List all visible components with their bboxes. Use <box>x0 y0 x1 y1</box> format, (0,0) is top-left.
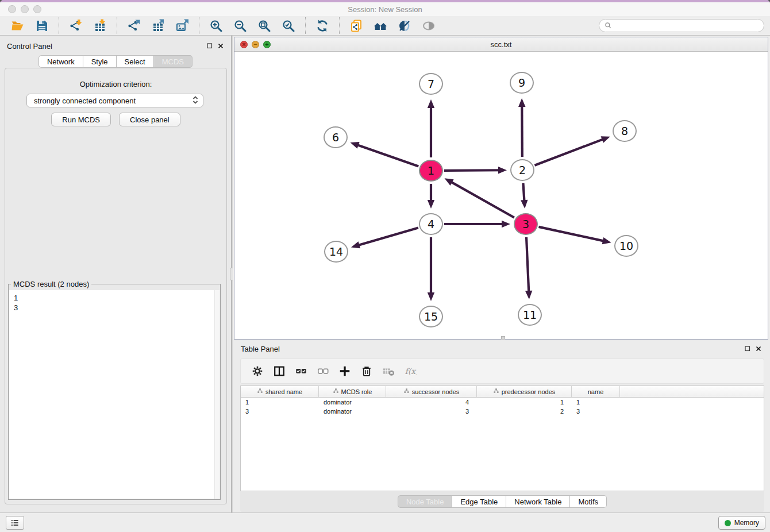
cell-predecessor-nodes[interactable]: 1 <box>477 398 572 407</box>
edge-3-11[interactable] <box>525 237 532 299</box>
table-row[interactable]: 3dominator323 <box>241 407 764 416</box>
delete-row-icon[interactable] <box>360 364 374 378</box>
import-network-icon[interactable] <box>68 18 83 33</box>
export-network-icon[interactable] <box>126 18 141 33</box>
node-9[interactable]: 9 <box>510 72 534 94</box>
sort-hierarchy-icon <box>257 388 263 395</box>
cell-successor-nodes[interactable]: 3 <box>386 407 477 416</box>
criterion-dropdown[interactable]: strongly connected component <box>26 94 203 107</box>
table-row[interactable]: 1dominator411 <box>241 398 764 407</box>
edge-4-3[interactable] <box>444 221 510 228</box>
zoom-selected-icon[interactable] <box>281 18 296 33</box>
task-history-button[interactable] <box>6 516 24 530</box>
control-panel-tabs: NetworkStyleSelectMCDS <box>0 55 231 68</box>
edge-2-8[interactable] <box>534 136 610 165</box>
float-panel-icon[interactable] <box>206 43 213 49</box>
columns-icon[interactable] <box>272 364 286 378</box>
cell-MCDS-role[interactable]: dominator <box>319 398 386 407</box>
edge-2-3[interactable] <box>521 183 528 209</box>
tab-node-table[interactable]: Node Table <box>398 495 453 508</box>
cell-predecessor-nodes[interactable]: 2 <box>477 407 572 416</box>
node-1[interactable]: 1 <box>419 160 443 182</box>
cell-name[interactable]: 1 <box>572 398 620 407</box>
edge-2-9[interactable] <box>518 98 525 157</box>
cell-MCDS-role[interactable]: dominator <box>319 407 386 416</box>
column-header-successor-nodes[interactable]: successor nodes <box>386 386 477 397</box>
toolbar-separator <box>199 17 199 34</box>
edge-3-1[interactable] <box>445 178 514 217</box>
edge-1-7[interactable] <box>428 99 434 157</box>
cell-successor-nodes[interactable]: 4 <box>386 398 477 407</box>
tab-edge-table[interactable]: Edge Table <box>452 495 506 508</box>
close-panel-icon[interactable] <box>755 345 762 352</box>
table-panel: Table Panel f(x) shared nameMCDS rolesuc… <box>233 340 770 512</box>
edge-3-10[interactable] <box>538 227 611 244</box>
node-14[interactable]: 14 <box>324 241 348 263</box>
node-4[interactable]: 4 <box>419 213 443 235</box>
zoom-out-icon[interactable] <box>233 18 248 33</box>
tab-select[interactable]: Select <box>117 55 154 68</box>
column-header-name[interactable]: name <box>572 386 620 397</box>
refresh-icon[interactable] <box>315 18 330 33</box>
mcds-result-line: 1 <box>14 293 220 303</box>
node-15[interactable]: 15 <box>419 306 443 327</box>
horizontal-splitter-grip[interactable] <box>501 336 505 340</box>
tab-style[interactable]: Style <box>83 55 117 68</box>
toolbar-separator <box>117 17 117 34</box>
zoom-fit-icon[interactable] <box>257 18 272 33</box>
cell-shared-name[interactable]: 1 <box>241 398 319 407</box>
edge-1-6[interactable] <box>350 142 418 166</box>
criterion-dropdown-value: strongly connected component <box>34 97 136 105</box>
result-scrollbar[interactable] <box>214 290 220 499</box>
node-10[interactable]: 10 <box>614 235 638 257</box>
select-all-icon[interactable] <box>294 364 308 378</box>
run-mcds-button[interactable]: Run MCDS <box>51 113 111 126</box>
node-11[interactable]: 11 <box>518 304 542 326</box>
close-panel-icon[interactable] <box>217 43 224 49</box>
node-2[interactable]: 2 <box>510 159 534 181</box>
application-window: Session: New Session Control Panel Netwo… <box>0 0 770 532</box>
open-session-icon[interactable] <box>10 18 25 33</box>
network-view-frame: × − + scc.txt 7968124314101511 <box>234 37 768 340</box>
node-3[interactable]: 3 <box>514 213 538 235</box>
frame-minimize-button[interactable]: − <box>252 41 259 48</box>
tab-motifs[interactable]: Motifs <box>570 495 607 508</box>
node-8[interactable]: 8 <box>613 120 637 142</box>
window-titlebar: Session: New Session <box>0 2 770 16</box>
zoom-in-icon[interactable] <box>209 18 224 33</box>
node-6[interactable]: 6 <box>324 126 348 148</box>
gear-icon[interactable] <box>251 364 264 378</box>
tab-network-table[interactable]: Network Table <box>506 495 570 508</box>
column-header-shared-name[interactable]: shared name <box>241 386 319 397</box>
mcds-result-text[interactable]: 13 <box>9 290 220 499</box>
tab-mcds[interactable]: MCDS <box>154 55 192 68</box>
search-field[interactable] <box>599 19 764 32</box>
deselect-all-icon[interactable] <box>316 364 330 378</box>
edge-4-14[interactable] <box>351 228 418 248</box>
add-row-icon[interactable] <box>338 364 352 378</box>
network-canvas[interactable]: 7968124314101511 <box>234 52 768 339</box>
frame-maximize-button[interactable]: + <box>263 41 271 48</box>
edge-4-15[interactable] <box>428 237 434 301</box>
apply-style-icon[interactable] <box>397 18 412 33</box>
edge-1-2[interactable] <box>444 167 507 174</box>
import-table-icon[interactable] <box>93 18 107 33</box>
search-input[interactable] <box>615 21 759 30</box>
edge-1-4[interactable] <box>428 184 434 209</box>
close-panel-button[interactable]: Close panel <box>119 113 180 126</box>
float-panel-icon[interactable] <box>744 345 751 352</box>
node-7[interactable]: 7 <box>419 73 443 95</box>
home-icon[interactable] <box>373 18 388 33</box>
clone-network-icon[interactable] <box>349 18 364 33</box>
sort-hierarchy-icon <box>403 388 410 395</box>
export-image-icon[interactable] <box>175 18 190 33</box>
column-header-MCDS-role[interactable]: MCDS role <box>319 386 386 397</box>
export-table-icon[interactable] <box>151 18 165 33</box>
tab-network[interactable]: Network <box>38 55 83 68</box>
cell-name[interactable]: 3 <box>572 407 620 416</box>
frame-close-button[interactable]: × <box>240 41 248 48</box>
save-session-icon[interactable] <box>34 18 49 33</box>
cell-shared-name[interactable]: 3 <box>241 407 319 416</box>
memory-button[interactable]: Memory <box>718 516 765 530</box>
column-header-predecessor-nodes[interactable]: predecessor nodes <box>477 386 572 397</box>
